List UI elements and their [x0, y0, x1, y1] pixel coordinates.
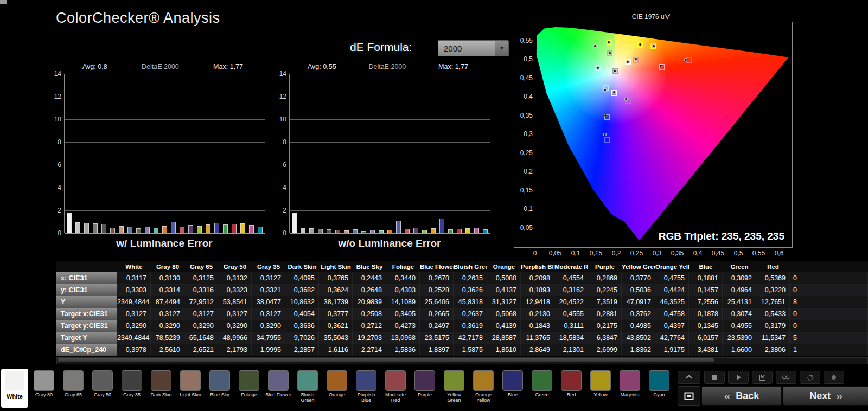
swatch-purplish-blue[interactable]: Purplish Blue	[353, 369, 380, 408]
gridline	[65, 233, 265, 234]
table-cell: 72,9512	[184, 296, 218, 309]
link-button[interactable]	[776, 371, 796, 384]
swatch-gray-65[interactable]: Gray 65	[60, 369, 87, 408]
cie-y-tick-label: 0,1	[515, 205, 533, 213]
table-scrollbar[interactable]	[56, 357, 868, 364]
table-cell: 0,3314	[151, 284, 184, 297]
column-header-bluish-green: Bluish Green	[454, 261, 487, 272]
swatch-label: Bluish Green	[294, 392, 321, 403]
swatch-gray-50[interactable]: Gray 50	[89, 369, 116, 408]
deltae-bar-blue-sky	[127, 227, 132, 233]
column-header-purple: Purple	[588, 261, 622, 272]
row-label: x: CIE31	[56, 272, 117, 285]
table-cell: 0,3074	[723, 308, 756, 320]
pattern-window-button[interactable]	[678, 386, 700, 406]
swatch-color-chip	[444, 370, 464, 391]
save-button[interactable]	[752, 371, 773, 384]
save-icon	[759, 374, 766, 381]
table-cell: 23,5390	[723, 332, 756, 344]
table-header-row: WhiteGray 80Gray 65Gray 50Gray 35Dark Sk…	[56, 261, 868, 272]
swatch-color-chip	[180, 370, 201, 391]
swatch-red[interactable]: Red	[558, 369, 585, 408]
table-cell: 0,2665	[420, 308, 454, 320]
y-axis-tick-label: 14	[273, 70, 286, 78]
swatch-magenta[interactable]: Magenta	[616, 369, 643, 408]
record-button[interactable]	[824, 371, 844, 384]
gridline	[290, 165, 490, 165]
swatch-orange[interactable]: Orange	[323, 369, 350, 408]
table-cell: 0,2881	[588, 308, 622, 320]
refresh-button[interactable]	[800, 371, 820, 384]
table-cell: 1,6116	[319, 344, 353, 356]
swatch-orange-yellow[interactable]: Orange Yellow	[470, 369, 497, 408]
swatch-blue[interactable]: Blue	[499, 369, 526, 408]
swatch-label: Gray 80	[35, 392, 53, 397]
swatch-yellow[interactable]: Yellow	[587, 369, 614, 408]
deltae-bar-gray-65	[84, 223, 89, 233]
table-cell: 0,3127	[151, 308, 184, 320]
table-cell: 0,3619	[454, 320, 487, 332]
y-axis-tick-label: 8	[273, 138, 286, 146]
cie-chromaticity-diagram: RGB Triplet: 235, 235, 235 00,050,10,150…	[514, 22, 793, 248]
swatch-moderate-red[interactable]: Moderate Red	[382, 369, 409, 408]
swatch-purple[interactable]: Purple	[411, 369, 438, 408]
swatch-bluish-green[interactable]: Bluish Green	[294, 369, 321, 408]
swatch-green[interactable]: Green	[528, 369, 556, 408]
column-header-foliage: Foliage	[386, 261, 420, 272]
stop-button[interactable]	[704, 371, 725, 384]
back-button[interactable]: « Back	[701, 386, 782, 406]
table-cell: 0,3290	[184, 320, 218, 332]
table-cell-clipped: 0	[790, 308, 868, 320]
gridline	[290, 210, 490, 211]
collapse-panel-button[interactable]	[678, 371, 700, 384]
swatch-blue-flower[interactable]: Blue Flower	[265, 369, 292, 408]
table-cell: 45,8318	[454, 296, 487, 309]
y-axis-tick-label: 12	[48, 93, 61, 100]
swatch-white[interactable]: White	[1, 369, 28, 408]
row-label: Target Y	[56, 332, 117, 344]
swatch-color-chip	[327, 370, 347, 391]
next-button[interactable]: Next »	[783, 386, 868, 406]
table-cell: 31,3127	[487, 296, 521, 309]
table-cell: 0,3323	[218, 284, 252, 297]
table-cell: 0,5068	[487, 308, 521, 320]
swatch-label: Gray 35	[123, 392, 141, 397]
de-formula-selected-value: 2000	[438, 44, 495, 53]
table-cell: 0,3127	[117, 308, 151, 320]
swatch-gray-35[interactable]: Gray 35	[118, 369, 145, 408]
table-cell: 0,4555	[554, 308, 588, 320]
table-cell: 1,9995	[252, 344, 285, 356]
y-axis-tick-label: 0	[48, 229, 61, 237]
scrollbar-thumb[interactable]	[58, 358, 714, 362]
swatch-blue-sky[interactable]: Blue Sky	[206, 369, 233, 408]
swatch-label: Purplish Blue	[353, 392, 380, 403]
swatch-gray-80[interactable]: Gray 80	[30, 369, 58, 408]
swatch-yellow-green[interactable]: Yellow Green	[441, 369, 468, 408]
table-cell: 6,0157	[689, 332, 723, 344]
table-cell: 0,3636	[285, 320, 319, 332]
table-cell: 65,1648	[184, 332, 218, 344]
measured-marker-orange-yellow	[639, 43, 642, 46]
swatch-cyan[interactable]: Cyan	[646, 369, 673, 408]
table-cell: 0,5433	[756, 308, 790, 320]
table-cell: 6,3847	[588, 332, 622, 344]
column-header-clipped	[790, 261, 868, 272]
table-cell: 0,2670	[420, 272, 454, 285]
gridline	[65, 119, 265, 120]
swatch-foliage[interactable]: Foliage	[235, 369, 263, 408]
deltae-bar-orange-yellow	[206, 224, 210, 233]
chevrons-left-icon: «	[724, 389, 731, 402]
record-icon	[831, 374, 837, 381]
table-cell: 0,3127	[252, 308, 285, 320]
gridline	[65, 74, 265, 74]
chevrons-right-icon: »	[836, 389, 843, 402]
swatch-dark-skin[interactable]: Dark Skin	[148, 369, 175, 408]
table-cell: 1,6600	[723, 344, 756, 356]
y-axis-tick-label: 12	[273, 93, 286, 100]
de-formula-dropdown[interactable]: 2000 ▼	[438, 40, 509, 56]
table-cell: 1,8397	[420, 344, 454, 356]
table-cell: 0,3127	[218, 308, 252, 320]
play-button[interactable]	[728, 371, 749, 384]
swatch-light-skin[interactable]: Light Skin	[177, 369, 204, 408]
swatch-label: Blue Sky	[210, 392, 229, 397]
